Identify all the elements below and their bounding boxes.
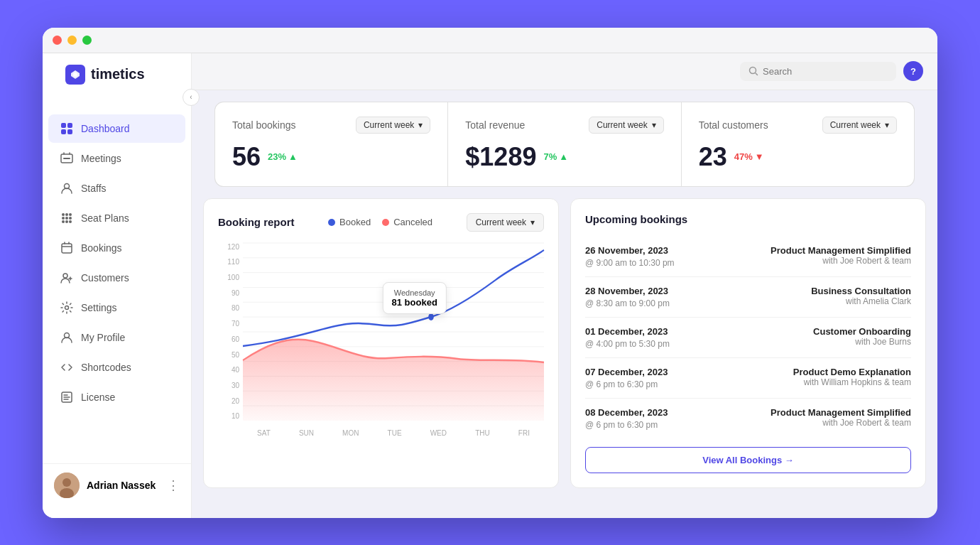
legend-booked: Booked	[328, 217, 371, 227]
booking-event: Product Management Simplified with Joe R…	[771, 245, 911, 268]
sidebar-item-customers[interactable]: Customers	[48, 264, 185, 292]
legend-dot-booked	[328, 219, 335, 226]
chart-title: Booking report	[218, 216, 295, 228]
main-area: ? Total bookings Current week ▾	[192, 53, 937, 518]
panel-header-chart: Booking report Booked Canceled	[218, 213, 544, 232]
sidebar-item-label: Bookings	[81, 242, 122, 254]
sidebar-item-staffs[interactable]: Staffs	[48, 174, 185, 203]
shortcodes-icon	[60, 360, 74, 374]
booking-event: Product Management Simplified with Joe R…	[771, 407, 911, 430]
booking-date: 28 November, 2023 @ 8:30 am to 9:00 pm	[585, 286, 670, 308]
chevron-down-icon: ▾	[418, 120, 423, 130]
stat-label-revenue: Total revenue	[465, 119, 525, 131]
booking-list-item: 01 December, 2023 @ 4:00 pm to 5:30 pm C…	[585, 318, 911, 358]
nav-menu: Dashboard Meetings	[43, 113, 191, 463]
sidebar-item-meetings[interactable]: Meetings	[48, 144, 185, 173]
sidebar-item-label: Customers	[81, 272, 129, 284]
booking-report-panel: Booking report Booked Canceled	[203, 198, 559, 488]
booking-time: @ 6 pm to 6:30 pm	[585, 379, 658, 389]
event-with: with Joe Robert & team	[771, 418, 911, 428]
sidebar-item-license[interactable]: License	[48, 383, 185, 411]
legend-dot-canceled	[382, 219, 389, 226]
chart-legend: Booked Canceled	[328, 217, 432, 227]
stat-label-bookings: Total bookings	[232, 119, 296, 131]
sidebar-item-label: License	[81, 392, 115, 403]
stat-value-bookings: 56	[232, 142, 261, 172]
stat-cards-section: Total bookings Current week ▾ 56 23% ▲	[192, 90, 937, 187]
booking-date: 01 December, 2023 @ 4:00 pm to 5:30 pm	[585, 326, 670, 349]
legend-label-booked: Booked	[339, 217, 371, 227]
stat-badge-revenue: 7% ▲	[543, 151, 568, 162]
sidebar-item-shortcodes[interactable]: Shortcodes	[48, 353, 185, 382]
booking-date-text: 07 December, 2023	[585, 367, 668, 377]
logo-icon	[65, 65, 85, 85]
event-with: with Amelia Clark	[811, 296, 911, 306]
sidebar-user: Adrian Nassek ⋮	[43, 463, 191, 507]
chart-x-axis: SAT SUN MON TUE WED THU FRI	[243, 424, 544, 442]
event-name: Product Management Simplified	[771, 245, 911, 256]
chart-period-button[interactable]: Current week ▾	[467, 213, 544, 232]
svg-point-0	[73, 72, 77, 77]
booking-time: @ 9:00 am to 10:30 pm	[585, 258, 675, 268]
staffs-icon	[60, 181, 74, 195]
panel-header-upcoming: Upcoming bookings	[585, 213, 911, 225]
search-bar	[740, 62, 896, 81]
booking-event: Business Consultation with Amelia Clark	[811, 286, 911, 308]
booking-list-item: 26 November, 2023 @ 9:00 am to 10:30 pm …	[585, 237, 911, 277]
stat-period-revenue[interactable]: Current week ▾	[589, 117, 663, 134]
minimize-dot[interactable]	[67, 36, 77, 45]
event-name: Product Management Simplified	[771, 407, 911, 418]
app-window: timetics ‹ Dashboard	[43, 28, 937, 518]
search-input[interactable]	[763, 66, 876, 77]
maximize-dot[interactable]	[82, 36, 92, 45]
sidebar-item-label: Meetings	[81, 153, 121, 164]
upcoming-bookings-title: Upcoming bookings	[585, 213, 687, 225]
booking-date-text: 08 December, 2023	[585, 407, 668, 418]
sidebar-item-bookings[interactable]: Bookings	[48, 234, 185, 262]
profile-icon	[60, 330, 74, 345]
svg-point-38	[428, 313, 434, 320]
stat-label-customers: Total customers	[699, 119, 768, 131]
booking-date-text: 26 November, 2023	[585, 245, 675, 256]
bookings-icon	[60, 241, 74, 255]
sidebar-item-dashboard[interactable]: Dashboard	[48, 114, 185, 143]
help-button[interactable]: ?	[903, 61, 923, 81]
booking-list-item: 28 November, 2023 @ 8:30 am to 9:00 pm B…	[585, 277, 911, 318]
svg-rect-2	[67, 123, 72, 128]
booking-time: @ 6 pm to 6:30 pm	[585, 420, 658, 430]
close-dot[interactable]	[53, 36, 62, 45]
sidebar-item-settings[interactable]: Settings	[48, 293, 185, 322]
event-name: Business Consultation	[811, 286, 911, 296]
stat-period-bookings[interactable]: Current week ▾	[356, 117, 430, 134]
titlebar	[43, 28, 937, 53]
event-with: with Joe Burns	[813, 337, 911, 347]
svg-point-10	[69, 213, 72, 216]
booking-time: @ 8:30 am to 9:00 pm	[585, 298, 670, 308]
booking-date: 07 December, 2023 @ 6 pm to 6:30 pm	[585, 367, 668, 389]
svg-rect-4	[67, 129, 72, 134]
booking-date: 26 November, 2023 @ 9:00 am to 10:30 pm	[585, 245, 675, 268]
sidebar-item-label: Staffs	[81, 183, 107, 194]
svg-point-11	[62, 217, 65, 220]
svg-point-14	[62, 220, 65, 223]
stat-card-bookings: Total bookings Current week ▾ 56 23% ▲	[215, 102, 447, 186]
view-all-bookings-button[interactable]: View All Bookings →	[585, 447, 911, 473]
bottom-panels: Booking report Booked Canceled	[203, 198, 926, 488]
user-menu-button[interactable]: ⋮	[167, 477, 180, 493]
sidebar-item-seat-plans[interactable]: Seat Plans	[48, 204, 185, 232]
stat-badge-bookings: 23% ▲	[268, 151, 298, 162]
stat-period-customers[interactable]: Current week ▾	[822, 117, 897, 134]
svg-point-19	[65, 306, 69, 309]
logo-text: timetics	[91, 66, 145, 82]
customers-icon	[60, 271, 74, 285]
sidebar-item-label: My Profile	[81, 332, 125, 343]
svg-point-15	[65, 220, 68, 223]
svg-point-16	[69, 220, 72, 223]
chevron-down-icon: ▾	[652, 120, 656, 130]
top-header: ?	[192, 53, 937, 90]
down-arrow-icon: ▼	[755, 151, 764, 162]
svg-rect-1	[61, 123, 66, 128]
sidebar-item-my-profile[interactable]: My Profile	[48, 323, 185, 352]
sidebar-collapse-button[interactable]: ‹	[183, 89, 200, 106]
chart-y-axis: 120 110 100 90 80 70 60 50 40 30 20 10	[218, 243, 243, 421]
